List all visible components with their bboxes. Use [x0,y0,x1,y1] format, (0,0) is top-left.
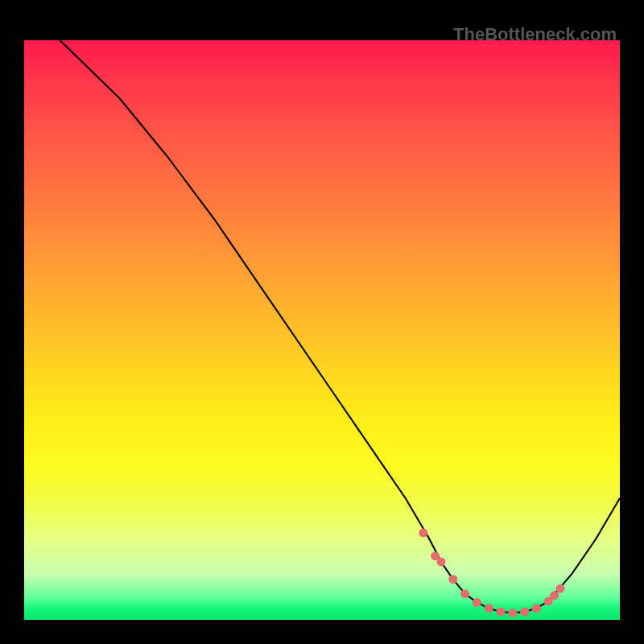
marker-dot [555,584,564,593]
chart-frame: TheBottleneck.com [24,24,620,620]
marker-dot [448,575,457,584]
marker-dot [436,558,445,567]
curve-layer [24,40,620,620]
marker-dot [496,608,505,617]
marker-dot [550,591,559,600]
marker-dot [473,598,481,607]
marker-dot [485,604,493,613]
marker-dot [460,589,469,598]
marker-dot [419,529,427,538]
plot-area: TheBottleneck.com [24,24,620,620]
bottleneck-curve [60,40,620,613]
marker-dot [532,604,541,613]
marker-dot [520,608,529,617]
marker-dot [508,609,517,617]
